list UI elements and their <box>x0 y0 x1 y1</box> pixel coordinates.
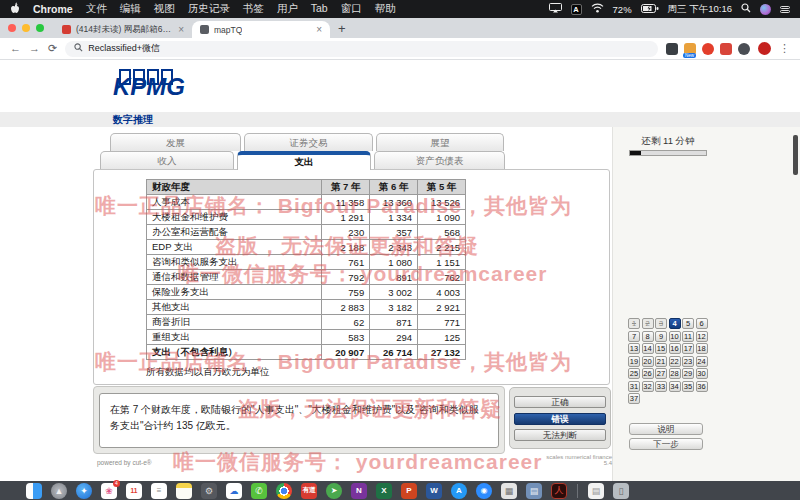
minimize-window-button[interactable] <box>22 24 30 32</box>
question-cell-33[interactable]: 33 <box>655 381 667 392</box>
question-cell-26[interactable]: 26 <box>642 368 654 379</box>
answer-button-3[interactable]: 无法判断 <box>514 429 606 441</box>
tab-收入[interactable]: 收入 <box>100 151 234 169</box>
wifi-icon[interactable] <box>591 3 604 15</box>
close-window-button[interactable] <box>8 24 16 32</box>
menubar-item[interactable]: Tab <box>311 2 328 16</box>
wechat-dock-icon[interactable]: ✆ <box>251 483 267 499</box>
acrobat-dock-icon[interactable]: 人 <box>551 483 567 499</box>
menubar-app-name[interactable]: Chrome <box>33 3 73 15</box>
menubar-item[interactable]: 文件 <box>86 2 107 16</box>
control-center-icon[interactable] <box>780 6 790 13</box>
browser-tab[interactable]: (414封未读) 网易邮箱6.0版× <box>54 21 192 38</box>
question-cell-23[interactable]: 23 <box>682 356 694 367</box>
menubar-item[interactable]: 编辑 <box>120 2 141 16</box>
appstore-dock-icon[interactable]: A <box>451 483 467 499</box>
reminders-dock-icon[interactable]: ≡ <box>151 483 167 499</box>
question-cell-9[interactable]: 9 <box>655 331 667 342</box>
menubar-item[interactable]: 历史记录 <box>188 2 230 16</box>
new-tab-button[interactable]: + <box>338 21 346 36</box>
calendar-dock-icon[interactable]: 11 <box>126 483 142 499</box>
extension-colorful-icon[interactable]: New <box>684 43 696 55</box>
question-cell-19[interactable]: 19 <box>628 356 640 367</box>
question-cell-15[interactable]: 15 <box>655 343 667 354</box>
chrome-dock-icon[interactable] <box>276 483 292 499</box>
question-cell-28[interactable]: 28 <box>669 368 681 379</box>
question-cell-10[interactable]: 10 <box>669 331 681 342</box>
question-cell-13[interactable]: 13 <box>628 343 640 354</box>
netdisk-dock-icon[interactable]: ☁ <box>226 483 242 499</box>
tab-资产负债表[interactable]: 资产负债表 <box>374 151 505 169</box>
question-cell-11[interactable]: 11 <box>682 331 694 342</box>
excel-dock-icon[interactable]: X <box>376 483 392 499</box>
tab-展望[interactable]: 展望 <box>376 133 504 151</box>
extension-gray-circle-icon[interactable] <box>738 43 750 55</box>
next-button[interactable]: 下一步 <box>629 438 703 450</box>
siri-icon[interactable] <box>760 4 771 15</box>
youdao-dock-icon[interactable]: 有道 <box>301 483 317 499</box>
question-cell-2[interactable]: 2 <box>642 318 654 329</box>
question-cell-24[interactable]: 24 <box>696 356 708 367</box>
question-cell-35[interactable]: 35 <box>682 381 694 392</box>
instructions-button[interactable]: 说明 <box>629 423 703 435</box>
question-cell-16[interactable]: 16 <box>669 343 681 354</box>
preview-dock-icon[interactable]: ▦ <box>501 483 517 499</box>
paperplane-dock-icon[interactable]: ➤ <box>326 483 342 499</box>
apple-menu-icon[interactable] <box>10 2 20 16</box>
extension-red-square-icon[interactable] <box>720 43 732 55</box>
menubar-item[interactable]: 用户 <box>277 2 298 16</box>
question-cell-12[interactable]: 12 <box>696 331 708 342</box>
safari-dock-icon[interactable]: ✦ <box>76 483 92 499</box>
address-bar[interactable]: Reclassified+微信 <box>65 41 658 57</box>
browser-menu-icon[interactable]: ⋮ <box>779 42 790 55</box>
screen-mirroring-icon[interactable] <box>549 3 562 15</box>
menubar-clock[interactable]: 周三 下午10:16 <box>668 3 732 16</box>
input-source-icon[interactable]: A <box>571 4 582 15</box>
tab-证券交易[interactable]: 证券交易 <box>244 133 373 151</box>
question-cell-6[interactable]: 6 <box>696 318 708 329</box>
bluebox-dock-icon[interactable]: ▤ <box>526 483 542 499</box>
question-cell-36[interactable]: 36 <box>696 381 708 392</box>
question-cell-25[interactable]: 25 <box>628 368 640 379</box>
powerpoint-dock-icon[interactable]: P <box>401 483 417 499</box>
extension-dark-icon[interactable] <box>666 43 678 55</box>
question-cell-31[interactable]: 31 <box>628 381 640 392</box>
menubar-item[interactable]: 窗口 <box>341 2 362 16</box>
reload-button[interactable]: ⟳ <box>48 43 57 54</box>
browser-tab[interactable]: mapTQ× <box>192 21 330 38</box>
question-cell-3[interactable]: 3 <box>655 318 667 329</box>
question-cell-27[interactable]: 27 <box>655 368 667 379</box>
question-cell-32[interactable]: 32 <box>642 381 654 392</box>
question-cell-1[interactable]: 1 <box>628 318 640 329</box>
question-cell-14[interactable]: 14 <box>642 343 654 354</box>
question-cell-21[interactable]: 21 <box>655 356 667 367</box>
question-cell-30[interactable]: 30 <box>696 368 708 379</box>
back-button[interactable]: ← <box>10 43 21 54</box>
question-cell-22[interactable]: 22 <box>669 356 681 367</box>
document-dock-icon[interactable]: ▤ <box>588 483 604 499</box>
menubar-item[interactable]: 帮助 <box>375 2 396 16</box>
question-cell-18[interactable]: 18 <box>696 343 708 354</box>
question-cell-17[interactable]: 17 <box>682 343 694 354</box>
scrollbar-thumb[interactable] <box>793 135 798 175</box>
close-tab-icon[interactable]: × <box>316 25 322 35</box>
question-cell-7[interactable]: 7 <box>628 331 640 342</box>
menubar-item[interactable]: 视图 <box>154 2 175 16</box>
spotlight-icon[interactable] <box>741 3 751 15</box>
zoom-window-button[interactable] <box>36 24 44 32</box>
word-dock-icon[interactable]: W <box>426 483 442 499</box>
close-tab-icon[interactable]: × <box>178 25 184 35</box>
trash-dock-icon[interactable]: ▯ <box>613 483 629 499</box>
onenote-dock-icon[interactable]: N <box>351 483 367 499</box>
question-cell-5[interactable]: 5 <box>682 318 694 329</box>
notes-dock-icon[interactable] <box>176 483 192 499</box>
question-cell-8[interactable]: 8 <box>642 331 654 342</box>
menubar-item[interactable]: 书签 <box>243 2 264 16</box>
finder-dock-icon[interactable] <box>26 483 42 499</box>
answer-button-2[interactable]: 错误 <box>514 413 606 425</box>
extension-red-circle-icon[interactable] <box>702 43 714 55</box>
settings-dock-icon[interactable]: ⚙ <box>201 483 217 499</box>
question-cell-29[interactable]: 29 <box>682 368 694 379</box>
zoom-dock-icon[interactable]: ◉ <box>476 483 492 499</box>
tab-支出[interactable]: 支出 <box>237 151 371 170</box>
